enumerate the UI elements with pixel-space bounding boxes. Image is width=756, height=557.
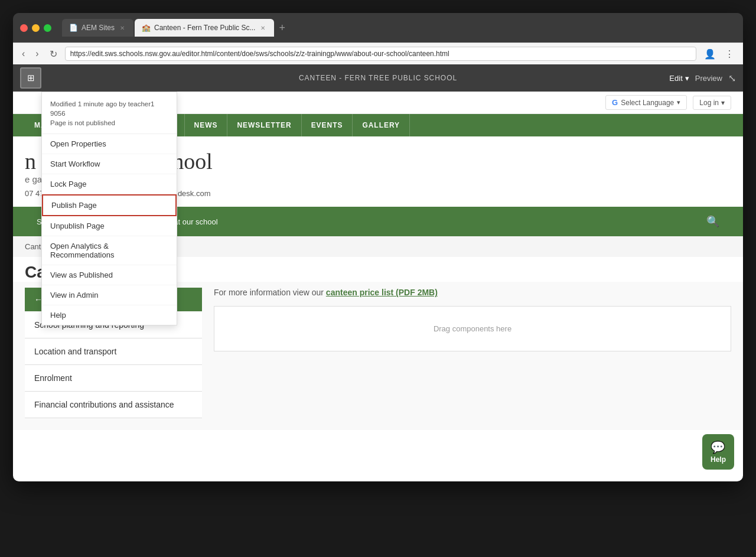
publish-status-text: Page is not published [50, 118, 168, 128]
traffic-light-close[interactable] [20, 24, 28, 32]
dropdown-header: Modified 1 minute ago by teacher1 9056 P… [42, 92, 177, 134]
publish-page-item[interactable]: Publish Page [42, 194, 177, 216]
drag-components-zone[interactable]: Drag components here [214, 306, 731, 351]
search-icon[interactable]: 🔍 [695, 207, 731, 236]
open-properties-item[interactable]: Open Properties [42, 134, 177, 154]
start-workflow-item[interactable]: Start Workflow [42, 154, 177, 174]
sidebar-item-financial[interactable]: Financial contributions and assistance [25, 392, 202, 418]
lock-page-item[interactable]: Lock Page [42, 174, 177, 194]
login-label: Log in [699, 99, 719, 107]
help-chat-icon: 💬 [711, 440, 726, 454]
google-g-icon: G [612, 98, 618, 107]
drag-label: Drag components here [434, 324, 511, 333]
nav-news[interactable]: News [185, 114, 228, 136]
login-button[interactable]: Log in ▾ [693, 96, 731, 110]
sidebar-item-enrolment[interactable]: Enrolment [25, 365, 202, 392]
tab-icon-canteen: 🏫 [142, 24, 151, 32]
tab-icon: 📄 [69, 24, 78, 32]
user-icon[interactable]: 👤 [701, 47, 719, 61]
edit-label: Edit [669, 74, 682, 83]
info-prefix: For more information view our [214, 288, 324, 297]
new-tab-button[interactable]: + [275, 22, 289, 34]
refresh-button[interactable]: ↻ [47, 47, 60, 61]
traffic-light-minimize[interactable] [32, 24, 40, 32]
tab-label-canteen: Canteen - Fern Tree Public Sc... [154, 24, 255, 32]
help-label: Help [711, 455, 726, 464]
modified-text: Modified 1 minute ago by teacher1 9056 [50, 99, 168, 118]
view-in-admin-item[interactable]: View in Admin [42, 285, 177, 305]
info-text: For more information view our canteen pr… [214, 288, 731, 297]
tab-label: AEM Sites [82, 24, 115, 32]
sidebar-toggle-button[interactable]: ⊞ [20, 67, 41, 89]
nav-gallery[interactable]: Gallery [353, 114, 410, 136]
tab-close-aem[interactable]: ✕ [118, 24, 126, 32]
unpublish-page-item[interactable]: Unpublish Page [42, 216, 177, 236]
sidebar-item-location[interactable]: Location and transport [25, 338, 202, 365]
edit-chevron-icon: ▾ [685, 74, 689, 83]
grid-icon: ⊞ [27, 73, 35, 83]
back-button[interactable]: ‹ [19, 47, 28, 60]
preview-button[interactable]: Preview [695, 74, 722, 83]
canteen-price-list-link[interactable]: canteen price list (PDF 2MB) [326, 288, 438, 297]
forward-button[interactable]: › [32, 47, 41, 60]
tab-canteen[interactable]: 🏫 Canteen - Fern Tree Public Sc... ✕ [135, 19, 274, 37]
view-as-published-item[interactable]: View as Published [42, 265, 177, 285]
translate-chevron-icon: ▾ [677, 99, 680, 106]
nav-events[interactable]: Events [302, 114, 353, 136]
share-icon[interactable]: ⤡ [728, 73, 736, 84]
nav-newsletter[interactable]: Newsletter [227, 114, 301, 136]
content-area: For more information view our canteen pr… [214, 288, 731, 418]
tab-close-canteen[interactable]: ✕ [259, 24, 267, 32]
traffic-light-maximize[interactable] [44, 24, 51, 32]
open-analytics-item[interactable]: Open Analytics & Recommendations [42, 236, 177, 265]
aem-page-title: CANTEEN - FERN TREE PUBLIC SCHOOL [299, 74, 457, 82]
url-bar[interactable] [65, 47, 696, 61]
tab-aem-sites[interactable]: 📄 AEM Sites ✕ [62, 19, 133, 37]
help-button[interactable]: 💬 Help [702, 434, 734, 470]
help-menu-item[interactable]: Help [42, 305, 177, 325]
login-chevron-icon: ▾ [721, 99, 725, 107]
google-translate-widget[interactable]: G Select Language ▾ [605, 95, 687, 110]
edit-mode-button[interactable]: Edit ▾ [669, 74, 689, 83]
context-menu: Modified 1 minute ago by teacher1 9056 P… [41, 92, 177, 325]
select-language-label: Select Language [621, 99, 674, 107]
more-options-button[interactable]: ⋮ [722, 47, 737, 61]
